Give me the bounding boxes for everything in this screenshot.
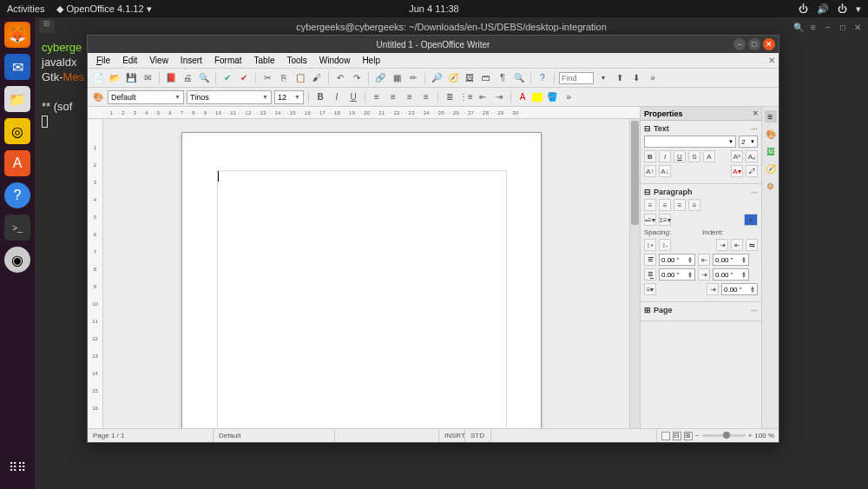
rhythmbox-icon[interactable]: ◎ [4, 118, 30, 144]
sb-underline-icon[interactable]: U [674, 150, 686, 162]
menu-edit[interactable]: Edit [117, 55, 142, 66]
sb-sub-icon[interactable]: Aₐ [746, 150, 758, 162]
help-icon[interactable]: ? [536, 71, 549, 85]
sidebar-size-combo[interactable]: 2▼ [739, 135, 758, 148]
terminal-tab-icon[interactable]: ⊞ [39, 19, 55, 33]
align-justify-icon[interactable]: ≡ [419, 90, 433, 104]
menu-format[interactable]: Format [209, 55, 247, 66]
sb-hanging-icon[interactable]: ⇆ [746, 239, 758, 251]
minimize-button[interactable]: − [733, 38, 746, 50]
sb-after-icon[interactable]: ⇥ [698, 268, 710, 281]
nonprint-icon[interactable]: ¶ [496, 71, 510, 85]
autospell-icon[interactable]: ✔ [237, 71, 251, 85]
document-close-icon[interactable]: ✕ [768, 56, 775, 65]
apps-grid-icon[interactable]: ⠿⠿ [4, 454, 30, 480]
copy-icon[interactable]: ⎘ [277, 71, 291, 85]
paragraph-section-title[interactable]: ⊟ Paragraph⋯ [644, 188, 758, 196]
sb-decrease-icon[interactable]: A↓ [659, 165, 671, 177]
network-icon[interactable]: ⏻ [799, 3, 808, 14]
menu-file[interactable]: File [91, 55, 115, 66]
page-section-title[interactable]: ⊞ Page⋯ [644, 306, 758, 314]
datasource-icon[interactable]: 🗃 [479, 71, 493, 85]
sb-inc-indent-icon[interactable]: ⇥ [716, 239, 728, 251]
bullets-icon[interactable]: ⋮≡ [459, 90, 473, 104]
email-icon[interactable]: ✉ [141, 71, 155, 85]
spacing-below-input[interactable]: 0.00 "▲▼ [659, 268, 695, 281]
redo-icon[interactable]: ↷ [350, 71, 364, 85]
find-dropdown-icon[interactable]: ▼ [596, 71, 610, 85]
sb-bullets-icon[interactable]: •≡▾ [644, 214, 656, 226]
sb-italic-icon[interactable]: I [659, 150, 671, 162]
text-section-title[interactable]: ⊟ Text⋯ [644, 124, 758, 133]
numbering-icon[interactable]: ≣ [443, 90, 457, 104]
bold-icon[interactable]: B [313, 90, 327, 104]
sb-above-icon[interactable]: ≡̅ [644, 254, 656, 266]
vertical-ruler[interactable]: 12345678910111213141516 [88, 119, 103, 428]
page[interactable] [181, 132, 542, 428]
clock[interactable]: Jun 4 11:38 [409, 3, 459, 14]
spacing-above-input[interactable]: 0.00 "▲▼ [659, 254, 695, 266]
sidebar-properties-icon[interactable]: ≡ [765, 110, 777, 122]
menu-table[interactable]: Table [249, 55, 280, 66]
menu-help[interactable]: Help [357, 55, 385, 66]
gallery-icon[interactable]: 🖼 [463, 71, 477, 85]
sb-super-icon[interactable]: Aᵃ [731, 150, 743, 162]
sidebar-functions-icon[interactable]: ⚙ [765, 180, 777, 192]
status-lang[interactable] [335, 429, 439, 442]
print-icon[interactable]: 🖨 [181, 71, 194, 85]
sb-align-justify-icon[interactable]: ≡ [688, 199, 700, 211]
terminal-icon[interactable]: >_ [4, 215, 30, 241]
background-icon[interactable]: 🪣 [545, 90, 559, 104]
vertical-scrollbar[interactable] [629, 119, 640, 428]
highlight-icon[interactable] [532, 93, 542, 102]
zoom-icon[interactable]: 🔍 [512, 71, 526, 85]
sb-inc-spacing-icon[interactable]: ↕+ [644, 239, 656, 251]
maximize-button[interactable]: □ [748, 38, 760, 50]
save-icon[interactable]: 💾 [124, 71, 138, 85]
sb-highlight-icon[interactable]: 🖍 [746, 165, 758, 177]
sb-dec-spacing-icon[interactable]: ↕- [659, 239, 671, 251]
status-insert[interactable]: INSRT [439, 429, 465, 442]
zoom-out-icon[interactable]: − [695, 432, 700, 439]
sb-linespace-icon[interactable]: ≡▾ [644, 283, 656, 295]
help-icon[interactable]: ? [4, 182, 30, 208]
firefox-icon[interactable]: 🦊 [4, 22, 30, 48]
align-left-icon[interactable]: ≡ [370, 90, 384, 104]
terminal-max-icon[interactable]: □ [837, 21, 849, 33]
sidebar-font-combo[interactable]: ▼ [644, 135, 736, 148]
zoom-in-icon[interactable]: + [748, 432, 753, 439]
find-next-icon[interactable]: ⬇ [629, 71, 643, 85]
new-icon[interactable]: 📄 [91, 71, 105, 85]
cut-icon[interactable]: ✂ [260, 71, 274, 85]
increase-indent-icon[interactable]: ⇥ [492, 90, 506, 104]
view-single-icon[interactable] [661, 432, 670, 440]
zoom-value[interactable]: 100 % [754, 432, 774, 439]
software-icon[interactable]: A [4, 150, 30, 176]
sb-shadow-icon[interactable]: A [703, 150, 715, 162]
activities-button[interactable]: Activities [7, 3, 44, 14]
status-page[interactable]: Page 1 / 1 [88, 429, 214, 442]
pdf-icon[interactable]: 📕 [164, 71, 178, 85]
font-color-icon[interactable]: A [516, 90, 529, 104]
find-input[interactable] [559, 72, 594, 84]
sidebar-gallery-icon[interactable]: 🖼 [765, 145, 777, 157]
navigator-icon[interactable]: 🧭 [446, 71, 460, 85]
zoom-slider[interactable] [702, 434, 746, 437]
font-size-combo[interactable]: 12▼ [274, 90, 304, 104]
document-canvas[interactable] [103, 119, 629, 428]
sb-before-icon[interactable]: ⇤ [698, 254, 710, 266]
paste-icon[interactable]: 📋 [293, 71, 307, 85]
font-name-combo[interactable]: Tinos▼ [187, 90, 272, 104]
sb-below-icon[interactable]: ≡̲ [644, 268, 656, 281]
sb-bgcolor-icon[interactable]: ▾ [744, 214, 758, 226]
decrease-indent-icon[interactable]: ⇤ [476, 90, 490, 104]
hyperlink-icon[interactable]: 🔗 [373, 71, 387, 85]
sb-align-right-icon[interactable]: ≡ [674, 199, 686, 211]
volume-icon[interactable]: 🔊 [817, 3, 829, 15]
find-prev-icon[interactable]: ⬆ [613, 71, 627, 85]
italic-icon[interactable]: I [330, 90, 344, 104]
align-center-icon[interactable]: ≡ [386, 90, 400, 104]
view-multi-icon[interactable]: ⊟ [673, 432, 681, 440]
sb-strike-icon[interactable]: S [688, 150, 700, 162]
system-menu-arrow[interactable]: ▾ [856, 3, 861, 15]
